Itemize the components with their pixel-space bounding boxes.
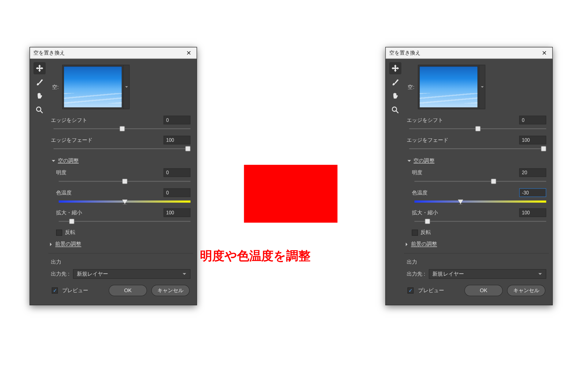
flip-checkbox[interactable] bbox=[412, 229, 418, 236]
ok-button[interactable]: OK bbox=[465, 285, 503, 296]
section-label: 空の調整 bbox=[413, 157, 434, 164]
color-temp-label: 色温度 bbox=[412, 189, 516, 196]
edge-fade-input[interactable] bbox=[519, 136, 546, 144]
preview-label: プレビュー bbox=[418, 287, 444, 294]
scale-input[interactable] bbox=[519, 208, 546, 217]
fg-adjust-section-header[interactable]: 前景の調整 bbox=[404, 238, 549, 251]
scale-input[interactable] bbox=[164, 208, 190, 217]
ok-label: OK bbox=[124, 288, 132, 294]
annotation-red-box bbox=[244, 165, 337, 223]
output-to-value: 新規レイヤー bbox=[77, 270, 108, 278]
edge-fade-label: エッジをフェード bbox=[407, 136, 516, 144]
chevron-right-icon bbox=[404, 242, 409, 247]
scale-label: 拡大・縮小 bbox=[412, 209, 516, 216]
cancel-button[interactable]: キャンセル bbox=[507, 285, 545, 296]
chevron-down-icon bbox=[51, 158, 56, 163]
svg-line-3 bbox=[396, 111, 398, 113]
edge-shift-input[interactable] bbox=[519, 116, 546, 124]
cancel-label: キャンセル bbox=[513, 287, 539, 294]
edge-fade-slider[interactable] bbox=[54, 146, 190, 152]
flip-label: 反転 bbox=[420, 229, 431, 236]
fg-adjust-section-header[interactable]: 前景の調整 bbox=[48, 238, 193, 251]
sky-label: 空: bbox=[48, 83, 59, 91]
svg-point-0 bbox=[36, 107, 41, 111]
zoom-tool-icon[interactable] bbox=[389, 104, 401, 116]
preview-checkbox[interactable] bbox=[52, 288, 58, 294]
preview-label: プレビュー bbox=[62, 287, 88, 294]
color-temp-slider[interactable] bbox=[59, 198, 190, 205]
sky-thumbnail bbox=[63, 66, 122, 108]
svg-point-2 bbox=[392, 107, 397, 111]
color-temp-input[interactable] bbox=[164, 188, 190, 197]
edge-fade-label: エッジをフェード bbox=[51, 136, 160, 144]
dialog-titlebar[interactable]: 空を置き換え ✕ bbox=[386, 47, 552, 59]
sky-thumbnail bbox=[419, 66, 478, 108]
zoom-tool-icon[interactable] bbox=[33, 104, 46, 116]
brightness-label: 明度 bbox=[412, 169, 516, 176]
output-to-label: 出力先 : bbox=[407, 270, 425, 278]
chevron-down-icon bbox=[538, 272, 542, 276]
preview-checkbox[interactable] bbox=[408, 288, 414, 294]
edge-shift-input[interactable] bbox=[164, 116, 190, 124]
brightness-input[interactable] bbox=[519, 168, 546, 177]
output-to-select[interactable]: 新規レイヤー bbox=[73, 269, 190, 279]
chevron-down-icon[interactable] bbox=[123, 65, 129, 109]
tool-column bbox=[33, 62, 46, 301]
output-header: 出力 bbox=[407, 258, 417, 266]
svg-line-1 bbox=[40, 111, 43, 113]
sky-replace-dialog-left: 空を置き換え ✕ 空: エッジをシフト bbox=[30, 47, 197, 305]
brightness-input[interactable] bbox=[164, 168, 190, 177]
output-to-select[interactable]: 新規レイヤー bbox=[429, 269, 546, 279]
move-tool-icon[interactable] bbox=[33, 62, 46, 74]
cancel-button[interactable]: キャンセル bbox=[151, 285, 190, 296]
chevron-down-icon bbox=[407, 158, 412, 163]
ok-label: OK bbox=[480, 288, 488, 294]
annotation-text: 明度や色温度を調整 bbox=[200, 248, 311, 264]
scale-label: 拡大・縮小 bbox=[56, 209, 160, 216]
tool-column bbox=[389, 62, 401, 301]
dialog-title: 空を置き換え bbox=[389, 49, 420, 56]
section-label: 前景の調整 bbox=[55, 240, 81, 248]
chevron-down-icon bbox=[182, 272, 187, 276]
brightness-slider[interactable] bbox=[59, 178, 190, 184]
hand-tool-icon[interactable] bbox=[389, 90, 401, 102]
color-temp-input[interactable] bbox=[519, 188, 546, 197]
color-temp-label: 色温度 bbox=[56, 189, 160, 196]
brightness-label: 明度 bbox=[56, 169, 160, 176]
brush-tool-icon[interactable] bbox=[389, 76, 401, 89]
chevron-down-icon[interactable] bbox=[479, 65, 485, 109]
sky-label: 空: bbox=[404, 83, 414, 91]
sky-adjust-section-header[interactable]: 空の調整 bbox=[404, 154, 549, 167]
edge-fade-input[interactable] bbox=[164, 136, 190, 144]
sky-adjust-section-header[interactable]: 空の調整 bbox=[48, 154, 193, 167]
sky-replace-dialog-right: 空を置き換え ✕ 空: エッジをシフト bbox=[385, 47, 553, 305]
ok-button[interactable]: OK bbox=[109, 285, 147, 296]
dialog-titlebar[interactable]: 空を置き換え ✕ bbox=[30, 47, 197, 59]
edge-shift-slider[interactable] bbox=[409, 126, 546, 132]
edge-shift-slider[interactable] bbox=[54, 126, 190, 132]
output-header: 出力 bbox=[51, 258, 61, 266]
section-label: 前景の調整 bbox=[411, 240, 437, 248]
flip-checkbox[interactable] bbox=[56, 229, 62, 236]
output-to-label: 出力先 : bbox=[51, 270, 70, 278]
edge-fade-slider[interactable] bbox=[409, 146, 546, 152]
close-icon[interactable]: ✕ bbox=[540, 49, 549, 56]
section-label: 空の調整 bbox=[58, 157, 79, 164]
color-temp-slider[interactable] bbox=[414, 198, 546, 205]
dialog-title: 空を置き換え bbox=[33, 49, 65, 56]
brush-tool-icon[interactable] bbox=[33, 76, 46, 89]
brightness-slider[interactable] bbox=[414, 178, 546, 184]
scale-slider[interactable] bbox=[414, 218, 546, 224]
chevron-right-icon bbox=[48, 242, 54, 247]
scale-slider[interactable] bbox=[59, 218, 190, 224]
output-to-value: 新規レイヤー bbox=[432, 270, 464, 278]
flip-label: 反転 bbox=[65, 229, 75, 236]
sky-preset-dropdown[interactable] bbox=[418, 65, 485, 109]
edge-shift-label: エッジをシフト bbox=[51, 116, 160, 124]
cancel-label: キャンセル bbox=[157, 287, 183, 294]
hand-tool-icon[interactable] bbox=[33, 90, 46, 102]
sky-preset-dropdown[interactable] bbox=[62, 65, 130, 109]
edge-shift-label: エッジをシフト bbox=[407, 116, 516, 124]
move-tool-icon[interactable] bbox=[389, 62, 401, 74]
close-icon[interactable]: ✕ bbox=[184, 49, 193, 56]
